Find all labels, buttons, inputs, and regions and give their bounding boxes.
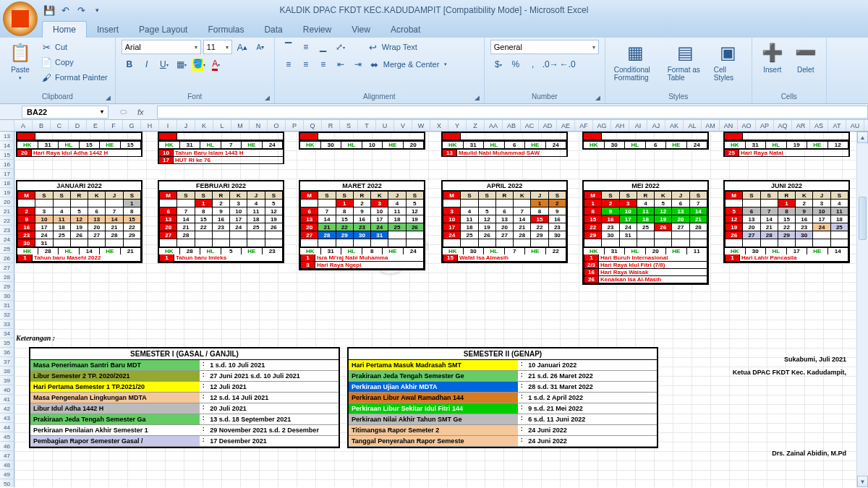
align-top-button[interactable]: ▔ xyxy=(281,40,297,54)
row-header[interactable]: 34 xyxy=(0,329,14,338)
column-header[interactable]: I xyxy=(159,120,177,131)
column-header[interactable]: AS xyxy=(810,120,828,131)
column-header[interactable]: A xyxy=(14,120,33,131)
row-header[interactable]: 39 xyxy=(0,376,14,385)
clipboard-launcher[interactable]: ◢ xyxy=(104,93,113,102)
comma-button[interactable]: , xyxy=(525,57,541,72)
align-bottom-button[interactable]: ▁ xyxy=(315,40,331,54)
column-header[interactable]: P xyxy=(286,120,304,131)
column-header[interactable]: V xyxy=(394,120,412,131)
row-header[interactable]: 36 xyxy=(0,348,14,357)
row-header[interactable]: 41 xyxy=(0,395,14,404)
font-name-combo[interactable]: Arial▾ xyxy=(122,40,201,54)
office-button[interactable] xyxy=(3,1,38,36)
column-header[interactable]: AM xyxy=(702,120,720,131)
sheet-content[interactable]: Page 1 HK31HL15HE1520Hari Raya Idul Adha… xyxy=(14,132,868,487)
column-header[interactable]: R xyxy=(322,120,340,131)
row-header[interactable]: 15 xyxy=(0,150,14,160)
tab-page-layout[interactable]: Page Layout xyxy=(129,22,197,38)
font-size-combo[interactable]: 11▾ xyxy=(203,40,232,54)
bold-button[interactable]: B xyxy=(122,57,137,72)
undo-icon[interactable]: ↶ xyxy=(59,4,71,16)
delete-cells-button[interactable]: ➖Delet xyxy=(791,40,820,75)
tab-acrobat[interactable]: Acrobat xyxy=(380,22,430,38)
number-format-combo[interactable]: General▾ xyxy=(490,40,599,54)
column-header[interactable]: AL xyxy=(684,120,702,131)
formula-input[interactable] xyxy=(157,106,868,119)
row-header[interactable]: 22 xyxy=(0,216,14,226)
row-header[interactable]: 29 xyxy=(0,282,14,291)
column-header[interactable]: AJ xyxy=(647,120,665,131)
row-header[interactable]: 20 xyxy=(0,197,14,207)
align-center-button[interactable]: ≡ xyxy=(298,57,314,72)
row-header[interactable]: 18 xyxy=(0,179,14,188)
save-icon[interactable]: 💾 xyxy=(43,4,55,16)
column-header[interactable]: Q xyxy=(304,120,322,131)
column-header[interactable]: Y xyxy=(448,120,467,131)
row-header[interactable]: 31 xyxy=(0,301,14,310)
row-header[interactable]: 21 xyxy=(0,207,14,216)
column-header[interactable]: L xyxy=(213,120,231,131)
qat-dropdown-icon[interactable]: ▾ xyxy=(91,4,103,16)
column-header[interactable]: AR xyxy=(792,120,810,131)
align-middle-button[interactable]: ≡ xyxy=(298,40,314,54)
copy-button[interactable]: 📄Copy xyxy=(39,55,109,69)
shrink-font-button[interactable]: A▾ xyxy=(252,40,268,54)
tab-data[interactable]: Data xyxy=(254,22,292,38)
row-header[interactable]: 30 xyxy=(0,291,14,301)
indent-dec-button[interactable]: ⇤ xyxy=(333,57,349,72)
column-header[interactable]: S xyxy=(340,120,358,131)
column-header[interactable]: G xyxy=(123,120,141,131)
column-header[interactable]: F xyxy=(105,120,123,131)
scroll-up-button[interactable]: ▲ xyxy=(857,132,868,143)
column-header[interactable]: U xyxy=(376,120,394,131)
row-header[interactable]: 49 xyxy=(0,470,14,479)
column-header[interactable]: D xyxy=(69,120,87,131)
tab-insert[interactable]: Insert xyxy=(87,22,129,38)
indent-inc-button[interactable]: ⇥ xyxy=(350,57,366,72)
inc-decimal-button[interactable]: .0→ xyxy=(542,57,558,72)
worksheet-grid[interactable]: ABCDEFGHIJKLMNOPQRSTUVWXYZAAABACADAEAFAG… xyxy=(0,120,868,487)
row-header[interactable]: 40 xyxy=(0,385,14,395)
fx-icon[interactable]: fx xyxy=(137,108,144,116)
align-left-button[interactable]: ≡ xyxy=(281,57,297,72)
column-header[interactable]: AH xyxy=(611,120,629,131)
row-header[interactable]: 14 xyxy=(0,141,14,150)
column-header[interactable]: AI xyxy=(629,120,647,131)
row-header[interactable]: 50 xyxy=(0,479,14,487)
row-header[interactable]: 48 xyxy=(0,461,14,470)
row-header[interactable]: 16 xyxy=(0,160,14,169)
insert-cells-button[interactable]: ➕Insert xyxy=(758,40,787,75)
column-header[interactable]: AA xyxy=(485,120,503,131)
column-header[interactable]: Z xyxy=(467,120,485,131)
row-header[interactable]: 32 xyxy=(0,310,14,320)
row-header[interactable]: 19 xyxy=(0,188,14,197)
column-header[interactable]: M xyxy=(231,120,250,131)
column-header[interactable]: C xyxy=(51,120,69,131)
column-header[interactable]: E xyxy=(87,120,105,131)
border-button[interactable]: ▦▾ xyxy=(174,57,190,72)
row-header[interactable]: 25 xyxy=(0,244,14,254)
column-header[interactable]: N xyxy=(250,120,268,131)
row-header[interactable]: 45 xyxy=(0,432,14,442)
tab-review[interactable]: Review xyxy=(293,22,341,38)
orientation-button[interactable]: ⤢▾ xyxy=(333,40,349,54)
percent-button[interactable]: % xyxy=(508,57,524,72)
row-header[interactable]: 17 xyxy=(0,169,14,179)
column-header[interactable]: J xyxy=(177,120,195,131)
fx-cancel-icon[interactable]: ⬭ xyxy=(109,107,137,116)
row-header[interactable]: 35 xyxy=(0,338,14,348)
fill-color-button[interactable]: 🪣▾ xyxy=(191,57,207,72)
column-headers[interactable]: ABCDEFGHIJKLMNOPQRSTUVWXYZAAABACADAEAFAG… xyxy=(0,120,868,132)
column-header[interactable]: B xyxy=(33,120,51,131)
tab-view[interactable]: View xyxy=(341,22,380,38)
column-header[interactable]: AN xyxy=(720,120,738,131)
cell-styles-button[interactable]: ▣Cell Styles xyxy=(711,40,746,83)
alignment-launcher[interactable]: ◢ xyxy=(473,93,482,102)
redo-icon[interactable]: ↷ xyxy=(75,4,87,16)
format-table-button[interactable]: ▤Format as Table xyxy=(665,40,707,83)
column-header[interactable]: AK xyxy=(665,120,684,131)
column-header[interactable]: AD xyxy=(539,120,557,131)
column-header[interactable]: AP xyxy=(756,120,774,131)
conditional-formatting-button[interactable]: ▦Conditional Formatting xyxy=(611,40,660,83)
